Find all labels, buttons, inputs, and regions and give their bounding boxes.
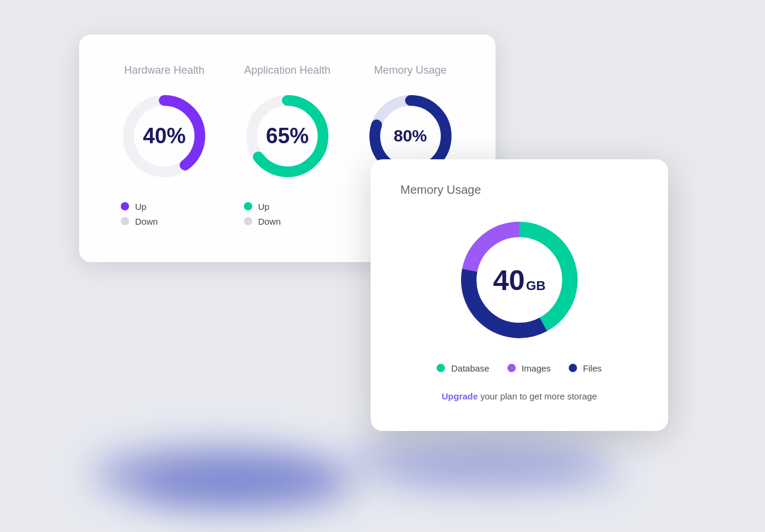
- hardware-health-widget: Hardware Health 40% Up Down: [109, 64, 220, 226]
- legend-label-up: Up: [135, 202, 146, 212]
- application-health-value: 65%: [266, 124, 309, 149]
- memory-dot-images: [507, 364, 516, 372]
- memory-usage-detail-donut: 40 GB: [454, 215, 585, 345]
- upgrade-link[interactable]: Upgrade: [442, 391, 478, 401]
- legend-dot-down: [121, 217, 129, 225]
- legend-item-down: Down: [121, 216, 158, 226]
- legend-dot-up: [121, 202, 129, 210]
- memory-usage-detail-card: Memory Usage 40 GB: [371, 159, 668, 431]
- application-health-widget: Application Health 65% Up Down: [232, 64, 343, 226]
- memory-legend-database: Database: [437, 363, 489, 373]
- hardware-health-title: Hardware Health: [124, 64, 205, 77]
- memory-usage-legend: Database Images Files: [400, 363, 638, 373]
- application-health-legend: Up Down: [232, 202, 281, 226]
- memory-usage-detail-title: Memory Usage: [400, 183, 638, 197]
- app-legend-label-down: Down: [258, 216, 281, 226]
- memory-label-database: Database: [451, 363, 489, 373]
- app-legend-label-up: Up: [258, 202, 269, 212]
- application-health-title: Application Health: [244, 64, 330, 77]
- memory-usage-top-title: Memory Usage: [374, 64, 447, 77]
- hardware-health-legend: Up Down: [109, 202, 158, 226]
- memory-legend-images: Images: [507, 363, 551, 373]
- memory-legend-files: Files: [569, 363, 602, 373]
- memory-label-images: Images: [522, 363, 551, 373]
- memory-label-files: Files: [583, 363, 602, 373]
- memory-dot-files: [569, 364, 577, 372]
- hardware-health-donut: 40%: [117, 89, 212, 184]
- upgrade-text: Upgrade your plan to get more storage: [400, 391, 638, 401]
- memory-usage-detail-value: 40 GB: [493, 263, 545, 296]
- upgrade-suffix: your plan to get more storage: [478, 391, 597, 401]
- legend-item-up: Up: [121, 202, 158, 212]
- hardware-health-value: 40%: [143, 124, 186, 149]
- app-legend-item-down: Down: [244, 216, 281, 226]
- legend-label-down: Down: [135, 216, 158, 226]
- memory-usage-top-value: 80%: [394, 127, 427, 146]
- memory-value-unit: GB: [526, 278, 545, 293]
- app-legend-item-up: Up: [244, 202, 281, 212]
- memory-value-num: 40: [493, 263, 525, 296]
- memory-dot-database: [437, 364, 445, 372]
- app-legend-dot-up: [244, 202, 252, 210]
- app-legend-dot-down: [244, 217, 252, 225]
- application-health-donut: 65%: [240, 89, 335, 184]
